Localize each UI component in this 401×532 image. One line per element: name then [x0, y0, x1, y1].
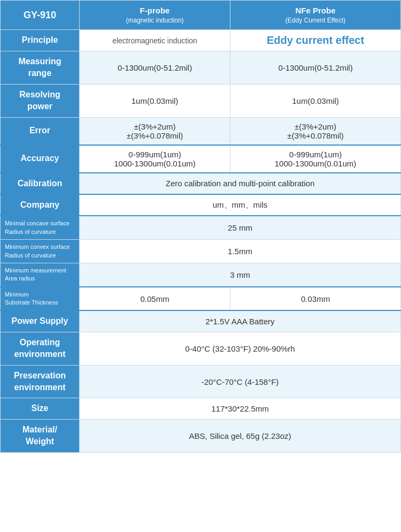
fvalue-substrate: 0.05mm: [80, 287, 230, 311]
table-header: GY-910 F-probe (magnetic induction) NFe …: [1, 1, 401, 30]
label-material: Material/Weight: [1, 419, 80, 452]
nfe-header: NFe Probe (Eddy Current Effect): [230, 1, 401, 30]
table-row-preservation: Preservation environment-20°C-70°C (4-15…: [1, 365, 401, 398]
table-row-company: Companyum、mm、mils: [1, 194, 401, 216]
label-principle: Principle: [1, 30, 80, 51]
nfevalue-error: ±(3%+2um)±(3%+0.078mil): [230, 117, 401, 145]
table-row-error: Error±(3%+2um)±(3%+0.078mil)±(3%+2um)±(3…: [1, 117, 401, 145]
fvalue-accuracy: 0-999um(1um)1000-1300um(0.01um): [80, 145, 230, 173]
label-substrate: MinimumSubstrate Thickness: [1, 287, 80, 311]
label-company: Company: [1, 194, 80, 216]
table-row-concave: Minimal concave surfaceRadius of curvatu…: [1, 216, 401, 239]
fprobe-sub: (magnetic induction): [126, 17, 184, 24]
table-row-size: Size117*30*22.5mm: [1, 398, 401, 419]
table-row-principle: Principleelectromagnetic inductionEddy c…: [1, 30, 401, 51]
fprobe-label: F-probe: [140, 6, 170, 15]
nfe-label: NFe Probe: [296, 6, 336, 15]
value-material: ABS, Silica gel, 65g (2.23oz): [80, 419, 401, 452]
fvalue-error: ±(3%+2um)±(3%+0.078mil): [80, 117, 230, 145]
label-area: Minimum measurementArea radius: [1, 263, 80, 286]
label-calibration: Calibration: [1, 173, 80, 194]
label-concave: Minimal concave surfaceRadius of curvatu…: [1, 216, 80, 239]
label-preservation: Preservation environment: [1, 365, 80, 398]
label-error: Error: [1, 117, 80, 145]
nfevalue-resolving-power: 1um(0.03mil): [230, 84, 401, 117]
table-row-measuring-range: Measuring range0-1300um(0-51.2mil)0-1300…: [1, 51, 401, 85]
nfe-sub: (Eddy Current Effect): [286, 17, 346, 24]
fvalue-measuring-range: 0-1300um(0-51.2mil): [80, 51, 230, 85]
label-operating: Operating environment: [1, 332, 80, 365]
table-row-material: Material/WeightABS, Silica gel, 65g (2.2…: [1, 419, 401, 452]
fprobe-header: F-probe (magnetic induction): [80, 1, 230, 30]
table-row-calibration: CalibrationZero calibration and multi-po…: [1, 173, 401, 194]
nfevalue-measuring-range: 0-1300um(0-51.2mil): [230, 51, 401, 85]
model-cell: GY-910: [1, 1, 80, 30]
table-row-area: Minimum measurementArea radius3 mm: [1, 263, 401, 286]
table-row-convex: Minimum convex surfaceRadius of curvatur…: [1, 240, 401, 263]
table-row-substrate: MinimumSubstrate Thickness0.05mm0.03mm: [1, 287, 401, 311]
value-convex: 1.5mm: [80, 240, 401, 263]
value-preservation: -20°C-70°C (4-158°F): [80, 365, 401, 398]
value-company: um、mm、mils: [80, 194, 401, 216]
value-area: 3 mm: [80, 263, 401, 286]
table-row-resolving-power: Resolving power1um(0.03mil)1um(0.03mil): [1, 84, 401, 117]
table-row-operating: Operating environment0-40°C (32-103°F) 2…: [1, 332, 401, 365]
value-operating: 0-40°C (32-103°F) 20%-90%rh: [80, 332, 401, 365]
label-size: Size: [1, 398, 80, 419]
fvalue-resolving-power: 1um(0.03mil): [80, 84, 230, 117]
value-concave: 25 mm: [80, 216, 401, 239]
value-calibration: Zero calibration and multi-point calibra…: [80, 173, 401, 194]
value-power: 2*1.5V AAA Battery: [80, 310, 401, 332]
spec-table: GY-910 F-probe (magnetic induction) NFe …: [0, 0, 401, 453]
nfevalue-substrate: 0.03mm: [230, 287, 401, 311]
label-resolving-power: Resolving power: [1, 84, 80, 117]
table-row-accuracy: Accuracy0-999um(1um)1000-1300um(0.01um)0…: [1, 145, 401, 173]
principle-nfe: Eddy current effect: [230, 30, 401, 51]
table-row-power: Power Supply2*1.5V AAA Battery: [1, 310, 401, 332]
label-power: Power Supply: [1, 310, 80, 332]
label-measuring-range: Measuring range: [1, 51, 80, 85]
principle-f: electromagnetic induction: [80, 30, 230, 51]
label-convex: Minimum convex surfaceRadius of curvatur…: [1, 240, 80, 263]
value-size: 117*30*22.5mm: [80, 398, 401, 419]
nfevalue-accuracy: 0-999um(1um)1000-1300um(0.01um): [230, 145, 401, 173]
label-accuracy: Accuracy: [1, 145, 80, 173]
